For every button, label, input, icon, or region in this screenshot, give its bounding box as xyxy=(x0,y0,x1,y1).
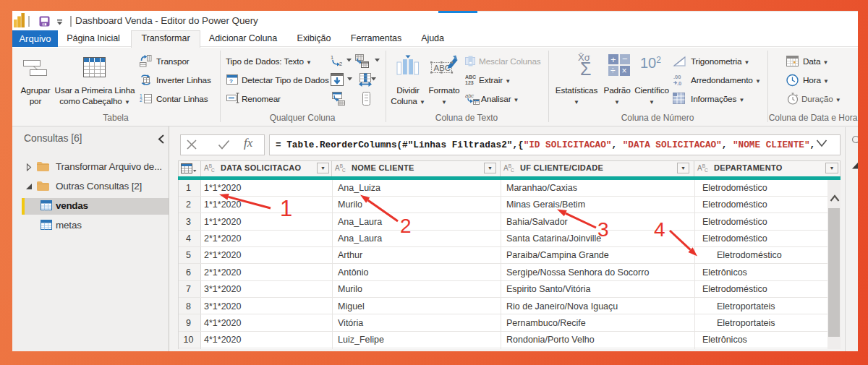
svg-text:4: 4 xyxy=(654,218,665,241)
svg-text:1: 1 xyxy=(280,196,292,221)
svg-text:2: 2 xyxy=(400,215,412,237)
svg-text:3: 3 xyxy=(597,218,609,241)
